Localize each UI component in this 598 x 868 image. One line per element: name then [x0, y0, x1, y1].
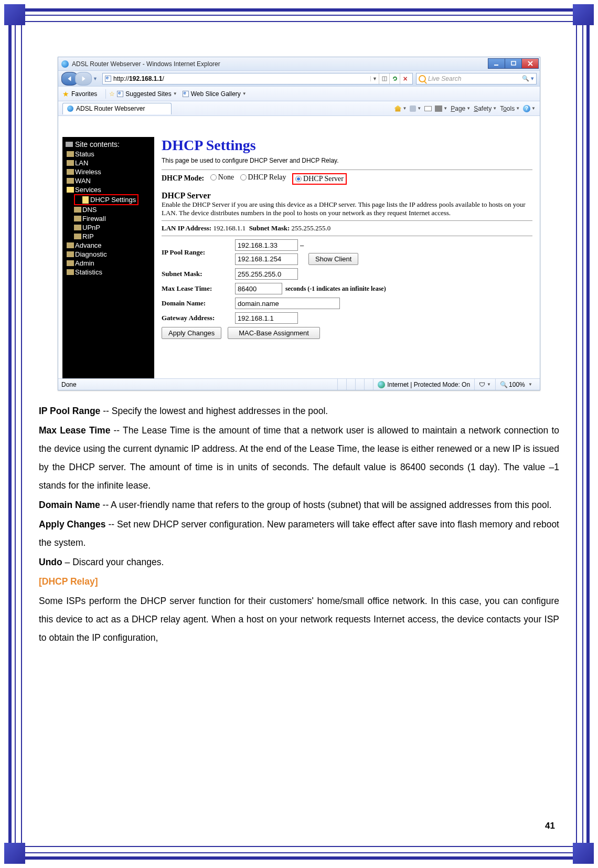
computer-icon — [66, 142, 73, 147]
input-pool-low[interactable] — [235, 239, 298, 251]
sidebar-item-status[interactable]: Status — [62, 150, 154, 158]
folder-open-icon — [67, 187, 74, 193]
tools-menu[interactable]: Tools▼ — [500, 105, 520, 112]
refresh-button[interactable] — [389, 73, 400, 84]
page-viewport: Site contents: Status LAN Wireless WAN S… — [58, 116, 540, 378]
folder-icon — [67, 251, 74, 257]
command-bar: ▼ ▼ ▼ Page▼ Safety▼ Tools▼ ?▼ — [391, 105, 536, 112]
svg-rect-1 — [511, 61, 516, 65]
add-favorite-icon[interactable]: ☆ — [109, 90, 115, 98]
sidebar-item-admin[interactable]: Admin — [62, 259, 154, 268]
safety-menu[interactable]: Safety▼ — [474, 105, 497, 112]
folder-icon — [74, 225, 81, 230]
window-titlebar: ADSL Router Webserver - Windows Internet… — [58, 57, 540, 71]
input-gateway[interactable] — [235, 312, 298, 324]
show-client-button[interactable]: Show Client — [308, 253, 358, 265]
sidebar-item-dhcp-settings[interactable]: DHCP Settings — [74, 194, 138, 205]
radio-icon — [240, 174, 247, 181]
sidebar-item-diagnostic[interactable]: Diagnostic — [62, 250, 154, 259]
dhcp-server-description: Enable the DHCP Server if you are using … — [162, 200, 532, 217]
separator — [105, 89, 106, 99]
rss-icon — [410, 105, 416, 112]
page-description: This page be used to configure DHCP Serv… — [162, 157, 532, 164]
sidebar-item-upnp[interactable]: UPnP — [62, 223, 154, 232]
page-icon — [105, 76, 111, 82]
print-button[interactable]: ▼ — [435, 105, 447, 112]
home-button[interactable]: ▼ — [394, 105, 407, 112]
url-dropdown-icon[interactable]: ▼ — [370, 76, 379, 81]
folder-icon — [74, 207, 81, 213]
url-input[interactable]: http://192.168.1.1/ ▼ × — [102, 73, 413, 84]
tab-adsl-router[interactable]: ADSL Router Webserver — [62, 103, 172, 114]
close-button[interactable] — [521, 58, 539, 69]
dhcp-mode-relay[interactable]: DHCP Relay — [240, 173, 286, 182]
read-mail-button[interactable] — [424, 106, 432, 111]
favorites-bar: ★ Favorites ☆ Suggested Sites▼ Web Slice… — [58, 87, 540, 101]
divider — [162, 236, 532, 236]
page-number: 41 — [545, 821, 555, 831]
dhcp-server-heading: DHCP Server — [162, 191, 532, 200]
browser-window: ADSL Router Webserver - Windows Internet… — [58, 57, 540, 390]
folder-icon — [67, 269, 74, 275]
dhcp-form: IP Pool Range: – Show Client — [162, 239, 532, 339]
sidebar-item-wireless[interactable]: Wireless — [62, 167, 154, 176]
forward-button[interactable] — [75, 72, 92, 86]
dhcp-mode-row: DHCP Mode: None DHCP Relay DHCP Server — [162, 173, 532, 185]
input-pool-high[interactable] — [235, 253, 298, 265]
folder-icon — [74, 234, 81, 239]
security-zone: Internet | Protected Mode: On — [373, 379, 474, 390]
web-slice-link[interactable]: Web Slice Gallery▼ — [183, 90, 247, 98]
dhcp-mode-server[interactable]: DHCP Server — [292, 173, 347, 185]
status-bar: Done Internet | Protected Mode: On 🛡 ▼ 🔍… — [58, 378, 540, 390]
maximize-button[interactable] — [505, 58, 522, 69]
sidebar-item-firewall[interactable]: Firewall — [62, 214, 154, 223]
sidebar-item-services[interactable]: Services — [62, 185, 154, 194]
sidebar-item-advance[interactable]: Advance — [62, 241, 154, 250]
tab-bar: ADSL Router Webserver ▼ ▼ ▼ Page▼ Safety… — [58, 101, 540, 116]
lease-hint: seconds (-1 indicates an infinite lease) — [285, 285, 386, 293]
main-content: DHCP Settings This page be used to confi… — [154, 137, 540, 378]
compat-view-button[interactable] — [379, 73, 389, 84]
label-subnet: Subnet Mask: — [162, 270, 235, 278]
help-button[interactable]: ?▼ — [523, 105, 536, 112]
label-ip-pool: IP Pool Range: — [162, 248, 235, 257]
window-title: ADSL Router Webserver - Windows Internet… — [72, 60, 220, 68]
mac-assignment-button[interactable]: MAC-Base Assignment — [228, 327, 320, 339]
page-menu[interactable]: Page▼ — [451, 105, 471, 112]
favorites-label[interactable]: Favorites — [71, 90, 97, 98]
feeds-button[interactable]: ▼ — [410, 105, 421, 112]
dhcp-mode-none[interactable]: None — [210, 173, 234, 182]
dhcp-mode-label: DHCP Mode: — [162, 174, 204, 182]
ie-icon — [61, 60, 69, 68]
history-dropdown[interactable]: ▼ — [93, 76, 99, 81]
search-input[interactable]: Live Search 🔍 ▾ — [416, 73, 537, 84]
input-domain[interactable] — [235, 298, 340, 309]
term-undo: Undo — [39, 557, 62, 567]
input-lease[interactable] — [235, 283, 282, 294]
label-gateway: Gateway Address: — [162, 314, 235, 322]
minimize-button[interactable] — [488, 58, 505, 69]
range-dash: – — [300, 241, 304, 249]
protected-mode-icon[interactable]: 🛡 ▼ — [474, 379, 495, 390]
zoom-control[interactable]: 🔍100% ▼ — [495, 379, 537, 390]
print-icon — [435, 105, 442, 112]
sidebar-title: Site contents: — [62, 139, 154, 150]
sidebar-item-wan[interactable]: WAN — [62, 176, 154, 185]
sidebar-item-dns[interactable]: DNS — [62, 205, 154, 214]
sidebar-item-rip[interactable]: RIP — [62, 232, 154, 241]
search-icon[interactable]: 🔍 ▾ — [522, 75, 534, 82]
radio-selected-icon — [295, 176, 302, 182]
suggested-sites-link[interactable]: Suggested Sites▼ — [117, 90, 177, 98]
url-text: http://192.168.1.1/ — [113, 75, 164, 82]
stop-button[interactable]: × — [400, 73, 410, 84]
favorites-star-icon[interactable]: ★ — [62, 90, 69, 98]
sidebar-item-statistics[interactable]: Statistics — [62, 268, 154, 277]
input-subnet[interactable] — [235, 268, 298, 280]
globe-icon — [378, 381, 385, 388]
apply-changes-button[interactable]: Apply Changes — [162, 327, 221, 339]
page-title: DHCP Settings — [162, 137, 532, 154]
folder-icon — [67, 169, 74, 175]
sidebar-item-lan[interactable]: LAN — [62, 158, 154, 167]
divider — [162, 170, 532, 170]
tab-title: ADSL Router Webserver — [76, 105, 145, 112]
